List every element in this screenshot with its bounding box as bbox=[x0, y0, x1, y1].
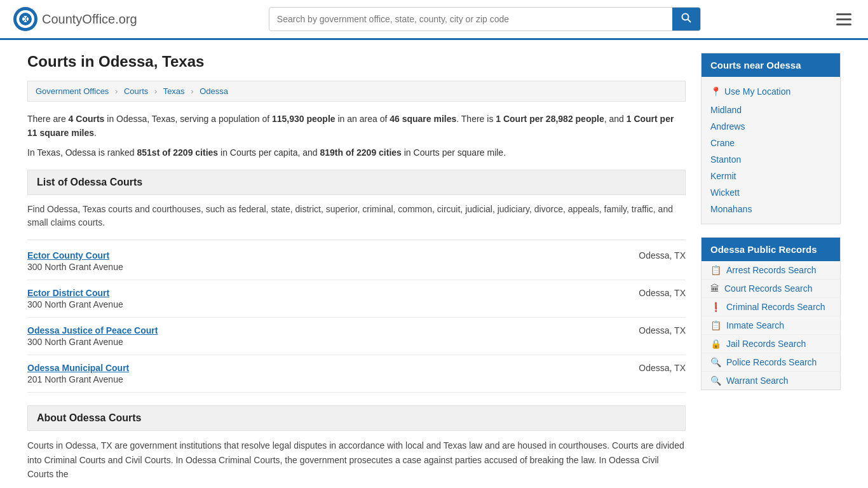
svg-text:CO: CO bbox=[21, 16, 31, 23]
court-left-1: Ector County Court 300 North Grant Avenu… bbox=[27, 250, 123, 272]
population: 115,930 people bbox=[272, 114, 336, 124]
breadcrumb-gov-offices[interactable]: Government Offices bbox=[36, 86, 109, 96]
court-item-1: Ector County Court 300 North Grant Avenu… bbox=[27, 243, 686, 280]
court-row-3: Odessa Justice of Peace Court 300 North … bbox=[27, 325, 686, 347]
warrant-search-link[interactable]: Warrant Search bbox=[726, 376, 789, 386]
link-kermit[interactable]: Kermit bbox=[710, 171, 736, 181]
court-city-2: Odessa, TX bbox=[639, 288, 686, 298]
bc-sep-2: › bbox=[154, 86, 157, 96]
sidebar: Courts near Odessa 📍 Use My Location Mid… bbox=[701, 53, 841, 488]
search-area bbox=[269, 7, 701, 31]
courts-list-header: List of Odessa Courts bbox=[27, 170, 686, 195]
court-row-4: Odessa Municipal Court 201 North Grant A… bbox=[27, 363, 686, 384]
bc-sep-3: › bbox=[191, 86, 193, 96]
pub-rec-arrest: 📋 Arrest Records Search bbox=[702, 261, 840, 280]
sidebar-link-kermit: Kermit bbox=[710, 168, 831, 184]
pub-rec-inmate: 📋 Inmate Search bbox=[702, 316, 840, 335]
court-name-2[interactable]: Ector District Court bbox=[27, 288, 123, 298]
pub-rec-court: 🏛 Court Records Search bbox=[702, 280, 840, 298]
court-address-3: 300 North Grant Avenue bbox=[27, 337, 158, 347]
link-midland[interactable]: Midland bbox=[710, 105, 742, 115]
logo-brand: CountyOffice bbox=[42, 12, 115, 26]
location-pin-icon: 📍 bbox=[710, 86, 721, 97]
svg-line-6 bbox=[688, 20, 691, 23]
header: CO CountyOffice.org bbox=[0, 0, 868, 40]
court-address-1: 300 North Grant Avenue bbox=[27, 262, 123, 272]
jail-icon: 🔒 bbox=[710, 339, 721, 349]
about-section-header: About Odessa Courts bbox=[27, 405, 686, 431]
link-andrews[interactable]: Andrews bbox=[710, 121, 745, 132]
search-button[interactable] bbox=[672, 8, 700, 30]
breadcrumb: Government Offices › Courts › Texas › Od… bbox=[27, 81, 686, 102]
breadcrumb-texas[interactable]: Texas bbox=[163, 86, 185, 96]
courts-list-section: List of Odessa Courts Find Odessa, Texas… bbox=[27, 170, 686, 393]
sidebar-link-stanton: Stanton bbox=[710, 151, 831, 168]
logo-text: CountyOffice.org bbox=[42, 12, 137, 27]
search-input[interactable] bbox=[269, 9, 672, 29]
hamburger-menu-button[interactable] bbox=[832, 10, 855, 29]
court-city-1: Odessa, TX bbox=[639, 250, 686, 261]
criminal-icon: ❗ bbox=[710, 302, 721, 312]
summary-section: There are 4 Courts in Odessa, Texas, ser… bbox=[27, 112, 686, 159]
sidebar-link-andrews: Andrews bbox=[710, 118, 831, 135]
use-location-label: Use My Location bbox=[724, 86, 790, 97]
arrest-icon: 📋 bbox=[710, 265, 721, 275]
court-icon: 🏛 bbox=[710, 283, 719, 294]
sidebar-public-records: Odessa Public Records 📋 Arrest Records S… bbox=[701, 237, 841, 390]
courts-count: 4 Courts bbox=[69, 114, 105, 124]
police-icon: 🔍 bbox=[710, 357, 721, 367]
menu-bar-1 bbox=[836, 13, 851, 15]
menu-bar-3 bbox=[836, 24, 851, 25]
page-title: Courts in Odessa, Texas bbox=[27, 53, 686, 71]
court-address-4: 201 North Grant Avenue bbox=[27, 374, 129, 384]
use-location[interactable]: 📍 Use My Location bbox=[710, 83, 831, 102]
breadcrumb-courts[interactable]: Courts bbox=[124, 86, 148, 96]
link-wickett[interactable]: Wickett bbox=[710, 187, 740, 198]
court-records-link[interactable]: Court Records Search bbox=[724, 283, 813, 294]
court-city-3: Odessa, TX bbox=[639, 325, 686, 336]
arrest-records-link[interactable]: Arrest Records Search bbox=[726, 265, 817, 275]
court-name-3[interactable]: Odessa Justice of Peace Court bbox=[27, 325, 158, 336]
summary-line2: In Texas, Odessa is ranked 851st of 2209… bbox=[27, 146, 686, 159]
bc-sep-1: › bbox=[115, 86, 118, 96]
search-icon bbox=[681, 13, 691, 23]
about-text: Courts in Odessa, TX are government inst… bbox=[27, 431, 686, 488]
court-name-1[interactable]: Ector County Court bbox=[27, 250, 123, 261]
criminal-records-link[interactable]: Criminal Records Search bbox=[726, 302, 825, 312]
rank-sqmile: 819th of 2209 cities bbox=[320, 147, 401, 158]
court-item-2: Ector District Court 300 North Grant Ave… bbox=[27, 280, 686, 318]
sidebar-link-midland: Midland bbox=[710, 102, 831, 118]
pub-rec-warrant: 🔍 Warrant Search bbox=[702, 372, 840, 390]
court-name-4[interactable]: Odessa Municipal Court bbox=[27, 363, 129, 373]
court-left-2: Ector District Court 300 North Grant Ave… bbox=[27, 288, 123, 309]
logo-icon: CO bbox=[13, 6, 38, 32]
about-section: About Odessa Courts Courts in Odessa, TX… bbox=[27, 405, 686, 488]
pub-rec-jail: 🔒 Jail Records Search bbox=[702, 335, 840, 353]
svg-point-5 bbox=[682, 14, 688, 20]
logo-suffix: .org bbox=[115, 12, 137, 26]
link-stanton[interactable]: Stanton bbox=[710, 154, 741, 165]
inmate-icon: 📋 bbox=[710, 320, 721, 330]
area: 46 square miles bbox=[390, 114, 456, 124]
menu-bar-2 bbox=[836, 18, 851, 20]
jail-records-link[interactable]: Jail Records Search bbox=[726, 339, 806, 349]
court-item-4: Odessa Municipal Court 201 North Grant A… bbox=[27, 355, 686, 393]
courts-near-title: Courts near Odessa bbox=[702, 53, 840, 77]
inmate-search-link[interactable]: Inmate Search bbox=[726, 320, 784, 330]
link-monahans[interactable]: Monahans bbox=[710, 204, 752, 214]
summary-line1: There are 4 Courts in Odessa, Texas, ser… bbox=[27, 112, 686, 140]
logo-area: CO CountyOffice.org bbox=[13, 6, 137, 32]
court-row-1: Ector County Court 300 North Grant Avenu… bbox=[27, 250, 686, 272]
court-left-3: Odessa Justice of Peace Court 300 North … bbox=[27, 325, 158, 347]
public-records-title: Odessa Public Records bbox=[702, 238, 840, 261]
per-capita: 1 Court per 28,982 people bbox=[496, 114, 604, 124]
sidebar-link-wickett: Wickett bbox=[710, 184, 831, 201]
rank-capita: 851st of 2209 cities bbox=[137, 147, 219, 158]
sidebar-link-crane: Crane bbox=[710, 135, 831, 151]
breadcrumb-odessa[interactable]: Odessa bbox=[200, 86, 228, 96]
link-crane[interactable]: Crane bbox=[710, 138, 735, 148]
court-item-3: Odessa Justice of Peace Court 300 North … bbox=[27, 318, 686, 355]
sidebar-courts-near: Courts near Odessa 📍 Use My Location Mid… bbox=[701, 53, 841, 224]
police-records-link[interactable]: Police Records Search bbox=[726, 357, 817, 367]
court-left-4: Odessa Municipal Court 201 North Grant A… bbox=[27, 363, 129, 384]
